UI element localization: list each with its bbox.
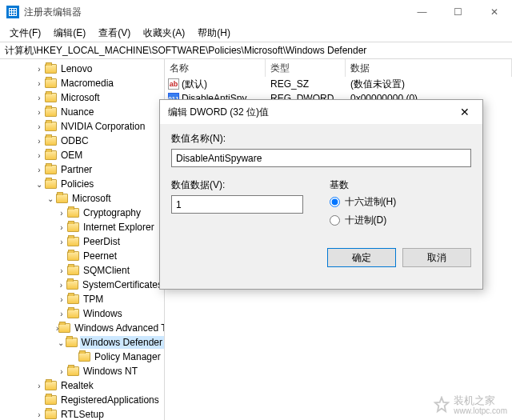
cancel-button[interactable]: 取消 <box>402 248 471 267</box>
tree-label[interactable]: Partner <box>59 163 94 176</box>
menu-favorites[interactable]: 收藏夹(A) <box>138 25 190 42</box>
tree-item[interactable]: ›TPM <box>0 292 164 306</box>
minimize-button[interactable]: — <box>404 0 440 24</box>
tree-item[interactable]: ›ODBC <box>0 134 164 148</box>
tree-item[interactable]: ›Internet Explorer <box>0 220 164 234</box>
name-input[interactable] <box>171 149 471 167</box>
tree-item[interactable]: ›Windows NT <box>0 364 164 378</box>
radio-dec-input[interactable] <box>330 215 340 226</box>
chevron-right-icon[interactable]: › <box>34 63 45 74</box>
chevron-right-icon[interactable]: › <box>34 106 45 118</box>
maximize-button[interactable]: ☐ <box>440 0 476 24</box>
tree-item[interactable]: ›Nuance <box>0 105 164 119</box>
tree-label[interactable]: TPM <box>82 293 105 306</box>
menu-help[interactable]: 帮助(H) <box>193 25 235 42</box>
chevron-right-icon[interactable]: › <box>34 380 45 391</box>
tree-item[interactable]: ›Windows Advanced Threat Protection <box>0 321 164 335</box>
menu-edit[interactable]: 编辑(E) <box>49 25 90 42</box>
tree-label[interactable]: Windows Defender <box>80 336 164 349</box>
tree-label[interactable]: OEM <box>59 149 84 162</box>
tree-label[interactable]: Internet Explorer <box>82 221 156 234</box>
chevron-right-icon[interactable]: › <box>56 207 67 218</box>
radio-hex-input[interactable] <box>330 197 340 207</box>
tree-item[interactable]: RegisteredApplications <box>0 393 164 407</box>
folder-icon <box>45 165 57 174</box>
data-input[interactable] <box>171 195 303 214</box>
tree-label[interactable]: RTLSetup <box>59 408 106 420</box>
radio-hex[interactable]: 十六进制(H) <box>330 195 472 209</box>
values-header: 名称 类型 数据 <box>165 59 512 77</box>
value-name: (默认) <box>182 78 207 91</box>
chevron-right-icon[interactable]: › <box>56 265 67 276</box>
tree-item[interactable]: ›Microsoft <box>0 90 164 105</box>
tree-item[interactable]: ›NVIDIA Corporation <box>0 119 164 134</box>
col-type[interactable]: 类型 <box>266 59 346 77</box>
tree-item[interactable]: Peernet <box>0 249 164 263</box>
tree-label[interactable]: Microsoft <box>70 192 113 205</box>
tree-item[interactable]: ›Cryptography <box>0 206 164 220</box>
chevron-down-icon[interactable]: ⌄ <box>34 178 45 190</box>
tree-item[interactable]: Policy Manager <box>0 350 164 364</box>
tree-panel: ›Lenovo›Macromedia›Microsoft›Nuance›NVID… <box>0 59 165 420</box>
chevron-right-icon[interactable]: › <box>56 294 67 305</box>
close-button[interactable]: ✕ <box>476 0 512 24</box>
chevron-right-icon[interactable]: › <box>34 164 45 175</box>
col-data[interactable]: 数据 <box>346 59 512 77</box>
chevron-right-icon[interactable]: › <box>34 121 45 132</box>
chevron-right-icon[interactable]: › <box>34 135 45 146</box>
col-name[interactable]: 名称 <box>165 59 266 77</box>
menu-file[interactable]: 文件(F) <box>5 25 46 42</box>
tree-item[interactable]: ⌄Policies <box>0 177 164 191</box>
tree-label[interactable]: Macromedia <box>59 77 115 90</box>
tree-item[interactable]: ›Lenovo <box>0 62 164 76</box>
chevron-right-icon[interactable]: › <box>34 78 45 89</box>
tree-item[interactable]: ›Partner <box>0 162 164 177</box>
chevron-right-icon[interactable]: › <box>56 308 67 319</box>
tree-label[interactable]: Policy Manager <box>93 350 162 363</box>
radio-dec[interactable]: 十进制(D) <box>330 214 472 227</box>
chevron-right-icon[interactable]: › <box>56 366 67 377</box>
tree-label[interactable]: Peernet <box>82 250 118 262</box>
chevron-down-icon[interactable]: ⌄ <box>45 193 56 204</box>
tree-label[interactable]: Windows <box>82 307 124 320</box>
tree-label[interactable]: Microsoft <box>59 91 102 104</box>
tree-item[interactable]: ›OEM <box>0 148 164 162</box>
tree-item[interactable]: ›Realtek <box>0 378 164 393</box>
chevron-down-icon[interactable]: ⌄ <box>56 337 66 348</box>
chevron-right-icon[interactable]: › <box>56 279 66 290</box>
edit-dword-dialog: 编辑 DWORD (32 位)值 ✕ 数值名称(N): 数值数据(V): 基数 … <box>159 99 483 290</box>
ok-button[interactable]: 确定 <box>327 248 396 267</box>
tree-item[interactable]: ⌄Microsoft <box>0 191 164 206</box>
dialog-close-button[interactable]: ✕ <box>446 100 482 124</box>
tree-label[interactable]: SystemCertificates <box>81 278 164 291</box>
value-row[interactable]: ab(默认)REG_SZ(数值未设置) <box>165 77 512 91</box>
menu-view[interactable]: 查看(V) <box>94 25 135 42</box>
tree-label[interactable]: PeerDist <box>82 235 122 248</box>
chevron-right-icon[interactable]: › <box>34 150 45 161</box>
chevron-right-icon[interactable]: › <box>34 409 45 420</box>
tree-label[interactable]: Policies <box>59 178 95 190</box>
dialog-title: 编辑 DWORD (32 位)值 <box>168 106 269 119</box>
tree-label[interactable]: Windows Advanced Threat Protection <box>73 322 165 334</box>
menubar: 文件(F) 编辑(E) 查看(V) 收藏夹(A) 帮助(H) <box>0 24 512 42</box>
tree-item[interactable]: ›RTLSetup <box>0 407 164 420</box>
tree-label[interactable]: SQMClient <box>82 264 131 277</box>
chevron-right-icon[interactable]: › <box>56 222 67 233</box>
tree-item[interactable]: ⌄Windows Defender <box>0 335 164 350</box>
tree-label[interactable]: NVIDIA Corporation <box>59 120 146 133</box>
tree-label[interactable]: Cryptography <box>82 206 142 219</box>
tree-item[interactable]: ›Macromedia <box>0 76 164 90</box>
tree-item[interactable]: ›SQMClient <box>0 263 164 278</box>
tree-label[interactable]: RegisteredApplications <box>59 394 161 406</box>
tree-label[interactable]: Lenovo <box>59 62 94 75</box>
chevron-right-icon[interactable]: › <box>34 92 45 103</box>
address-bar[interactable]: 计算机\HKEY_LOCAL_MACHINE\SOFTWARE\Policies… <box>0 42 512 59</box>
tree-item[interactable]: ›Windows <box>0 306 164 321</box>
tree-label[interactable]: Realtek <box>59 379 95 392</box>
chevron-right-icon[interactable]: › <box>56 236 67 247</box>
tree-label[interactable]: ODBC <box>59 134 90 147</box>
tree-item[interactable]: ›SystemCertificates <box>0 278 164 292</box>
tree-label[interactable]: Nuance <box>59 106 95 118</box>
tree-item[interactable]: ›PeerDist <box>0 234 164 249</box>
tree-label[interactable]: Windows NT <box>82 365 139 378</box>
